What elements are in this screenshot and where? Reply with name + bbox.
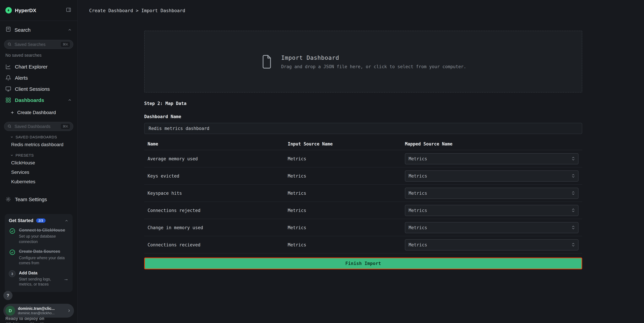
check-circle-icon: [9, 249, 16, 256]
get-started-item-sources[interactable]: Create Data Sources Configure where your…: [9, 249, 68, 266]
finish-import-button[interactable]: Finish Import: [144, 258, 582, 269]
saved-searches-searchbox[interactable]: ⌘K: [4, 40, 73, 49]
dropzone-title: Import Dashboard: [281, 54, 466, 61]
row-name: Connections rejected: [144, 208, 288, 213]
chevron-up-icon: [68, 27, 72, 32]
get-started-item-add-data[interactable]: 3 Add Data Start sending logs, metrics, …: [9, 270, 68, 287]
collapse-sidebar-button[interactable]: [65, 6, 72, 14]
get-started-item-body: Create Data Sources Configure where your…: [19, 249, 68, 266]
row-input-source: Metrics: [288, 191, 405, 196]
group-label: PRESETS: [16, 153, 34, 157]
mapped-source-select[interactable]: Metrics: [405, 205, 578, 216]
main-area: Create Dashboard > Import Dashboard Impo…: [78, 0, 644, 323]
chevron-up-icon: [68, 98, 72, 102]
sidebar-item-chart-explorer[interactable]: Chart Explorer: [0, 61, 77, 72]
select-chevrons-icon: [572, 191, 575, 195]
presets-group-header[interactable]: PRESETS: [0, 149, 77, 158]
mapped-source-select[interactable]: Metrics: [405, 222, 578, 233]
row-name: Keyspace hits: [144, 191, 288, 196]
row-name: Keys evicted: [144, 173, 288, 178]
mapping-table-header: Name Input Source Name Mapped Source Nam…: [144, 138, 582, 150]
step-number-badge: 3: [9, 270, 16, 277]
get-started-title: Get Started: [9, 218, 34, 223]
mapped-source-select[interactable]: Metrics: [405, 170, 578, 181]
saved-searches-input[interactable]: [14, 42, 58, 47]
json-dropzone[interactable]: Import Dashboard Drag and drop a JSON fi…: [144, 31, 582, 92]
saved-dashboards-searchbox[interactable]: ⌘K: [4, 122, 73, 131]
saved-dashboard-item[interactable]: Redis metrics dashboard: [0, 140, 77, 149]
dropzone-inner: Import Dashboard Drag and drop a JSON fi…: [260, 54, 466, 69]
select-chevrons-icon: [572, 226, 575, 230]
sidebar-nav: Chart Explorer Alerts Client Sessions Da…: [0, 61, 77, 205]
file-icon: [260, 54, 273, 69]
table-row: Keys evicted Metrics Metrics: [144, 167, 582, 185]
table-row: Connections rejected Metrics Metrics: [144, 202, 582, 219]
mapped-source-select[interactable]: Metrics: [405, 153, 578, 164]
gear-icon: [6, 196, 11, 202]
saved-dashboards-input[interactable]: [14, 124, 58, 129]
chevron-down-icon: [10, 154, 14, 157]
selected-value: Metrics: [408, 208, 427, 213]
no-saved-searches-text: No saved searches: [6, 53, 72, 58]
row-input-source: Metrics: [288, 208, 405, 213]
sidebar: HyperDX Search ⌘K No saved sear: [0, 0, 78, 323]
mapping-table: Name Input Source Name Mapped Source Nam…: [144, 138, 582, 254]
selected-value: Metrics: [408, 242, 427, 247]
select-chevrons-icon: [572, 208, 575, 212]
preset-dashboard-item[interactable]: Kubernetes: [0, 177, 77, 186]
search-icon: [8, 123, 12, 129]
notebook-search-icon: [6, 26, 11, 33]
brand-name: HyperDX: [15, 7, 36, 13]
preset-dashboard-item[interactable]: ClickHouse: [0, 158, 77, 167]
select-chevrons-icon: [572, 174, 575, 178]
dashboard-name-label: Dashboard Name: [144, 114, 582, 119]
dashboard-name-input[interactable]: [144, 123, 582, 134]
create-dashboard-button[interactable]: Create Dashboard: [0, 106, 77, 117]
get-started-header[interactable]: Get Started 2/3: [9, 218, 68, 223]
sidebar-item-label: Chart Explorer: [15, 64, 48, 69]
mapped-source-select[interactable]: Metrics: [405, 239, 578, 250]
selected-value: Metrics: [408, 173, 427, 178]
sidebar-item-team-settings[interactable]: Team Settings: [0, 194, 77, 205]
user-email: dominic.tran@clickho...: [18, 311, 64, 315]
topbar: Create Dashboard > Import Dashboard: [78, 0, 644, 21]
row-name: Change in memory used: [144, 225, 288, 230]
get-started-card: Get Started 2/3 Connect to ClickHouse Se…: [5, 214, 72, 292]
get-started-item-connect[interactable]: Connect to ClickHouse Set up your databa…: [9, 228, 68, 245]
sidebar-item-label: Alerts: [15, 75, 28, 81]
promo-line-2: ClickHouse Cloud?: [6, 322, 74, 323]
sidebar-header: HyperDX: [0, 0, 77, 21]
row-name: Connections recieved: [144, 242, 288, 247]
get-started-item-body: Add Data Start sending logs, metrics, or…: [19, 270, 60, 287]
sidebar-item-dashboards[interactable]: Dashboards: [0, 94, 77, 106]
search-section-header[interactable]: Search: [0, 21, 77, 35]
step-heading: Step 2: Map Data: [144, 101, 582, 106]
row-name: Average memory used: [144, 156, 288, 161]
sidebar-item-client-sessions[interactable]: Client Sessions: [0, 83, 77, 94]
row-input-source: Metrics: [288, 173, 405, 178]
mapped-source-select[interactable]: Metrics: [405, 188, 578, 199]
table-row: Connections recieved Metrics Metrics: [144, 236, 582, 254]
get-started-item-title: Connect to ClickHouse: [19, 228, 68, 233]
saved-dashboards-group-header[interactable]: SAVED DASHBOARDS: [0, 131, 77, 140]
user-menu[interactable]: D dominic.tran@clic... dominic.tran@clic…: [4, 304, 74, 318]
table-row: Keyspace hits Metrics Metrics: [144, 185, 582, 202]
sidebar-item-alerts[interactable]: Alerts: [0, 72, 77, 83]
row-input-source: Metrics: [288, 156, 405, 161]
get-started-item-title: Add Data: [19, 270, 60, 276]
arrow-right-icon: →: [64, 276, 68, 282]
preset-dashboard-item[interactable]: Services: [0, 167, 77, 177]
bell-icon: [6, 75, 11, 81]
column-header-input-source: Input Source Name: [288, 141, 405, 146]
chevron-up-icon: [64, 219, 68, 223]
help-button[interactable]: ?: [4, 291, 12, 300]
selected-value: Metrics: [408, 225, 427, 230]
brand-logo[interactable]: HyperDX: [6, 7, 36, 13]
chevron-down-icon: [10, 135, 14, 139]
check-circle-icon: [9, 228, 16, 234]
import-dashboard-content: Import Dashboard Drag and drop a JSON fi…: [144, 21, 582, 269]
dropzone-subtitle: Drag and drop a JSON file here, or click…: [281, 64, 466, 69]
search-section-label: Search: [14, 27, 30, 32]
plus-icon: [10, 110, 14, 115]
sidebar-item-label: Team Settings: [15, 196, 47, 202]
